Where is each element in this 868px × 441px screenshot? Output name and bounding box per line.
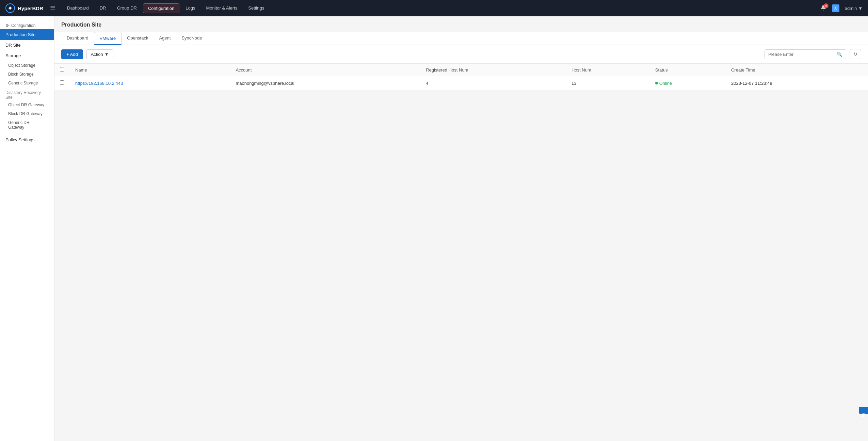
row-name-cell[interactable]: https://192.168.10.2:443 xyxy=(70,76,230,90)
sidebar-label-object-storage: Object Storage xyxy=(8,63,35,68)
sidebar-item-policy-settings[interactable]: Policy Settings xyxy=(0,135,54,145)
svg-point-1 xyxy=(9,7,11,9)
app-name: HyperBDR xyxy=(18,5,43,11)
chevron-down-icon: ▼ xyxy=(858,6,863,11)
table-header-row: Name Account Registered Host Num Host Nu… xyxy=(54,64,868,76)
sidebar-label-generic-storage: Generic Storage xyxy=(8,81,38,85)
sidebar-label-generic-dr-gateway: Generic DR Gateway xyxy=(8,120,30,130)
search-icon: 🔍 xyxy=(837,52,842,57)
table-container: Name Account Registered Host Num Host Nu… xyxy=(54,64,868,90)
nav-monitor-alerts[interactable]: Monitor & Alerts xyxy=(201,3,242,13)
sidebar-label-object-dr-gateway: Object DR Gateway xyxy=(8,103,44,107)
row-checkbox-cell xyxy=(54,76,70,90)
page-header: Production Site xyxy=(54,16,868,28)
admin-label: admin xyxy=(845,6,857,11)
refresh-button[interactable]: ↻ xyxy=(850,49,861,59)
table-row: https://192.168.10.2:443 maohongming@vsp… xyxy=(54,76,868,90)
tab-dashboard[interactable]: Dashboard xyxy=(61,32,94,45)
col-header-status: Status xyxy=(650,64,726,76)
refresh-icon: ↻ xyxy=(853,51,857,57)
table-header-checkbox xyxy=(54,64,70,76)
main-content: Production Site Dashboard VMware Opensta… xyxy=(54,16,868,441)
app-logo[interactable]: HyperBDR xyxy=(5,3,43,13)
search-box: 🔍 xyxy=(765,49,846,59)
sidebar-item-storage[interactable]: Storage xyxy=(0,50,54,61)
toolbar: + Add Action ▼ 🔍 ↻ xyxy=(54,45,868,64)
sidebar-label-storage: Storage xyxy=(5,53,21,58)
sidebar-item-object-storage[interactable]: Object Storage xyxy=(0,61,54,70)
row-account-cell: maohongming@vsphere.local xyxy=(230,76,420,90)
tabs-bar: Dashboard VMware Openstack Agent SyncNod… xyxy=(54,32,868,45)
data-table: Name Account Registered Host Num Host Nu… xyxy=(54,64,868,90)
main-layout: ⚙ Configuration Production Site DR Site … xyxy=(0,16,868,441)
col-header-name: Name xyxy=(70,64,230,76)
tab-openstack[interactable]: Openstack xyxy=(122,32,154,45)
status-online: Online xyxy=(655,81,720,86)
status-dot xyxy=(655,82,658,84)
tab-syncnode[interactable]: SyncNode xyxy=(176,32,207,45)
hamburger-icon[interactable]: ☰ xyxy=(50,4,55,12)
logo-icon xyxy=(5,3,15,13)
row-status-cell: Online xyxy=(650,76,726,90)
select-all-checkbox[interactable] xyxy=(60,67,64,72)
col-header-host-num: Host Num xyxy=(566,64,650,76)
sidebar-label-dr-recovery-site: Disastery Recovery Site xyxy=(5,90,41,100)
sidebar-item-dr-site[interactable]: DR Site xyxy=(0,40,54,50)
notification-count: 9 xyxy=(824,3,829,8)
nav-right: 9 A admin ▼ xyxy=(820,4,863,12)
sidebar: ⚙ Configuration Production Site DR Site … xyxy=(0,16,54,441)
add-button[interactable]: + Add xyxy=(61,49,83,59)
row-registered-host-num-cell: 4 xyxy=(420,76,566,90)
row-create-time-cell: 2023-12-07 11:23:48 xyxy=(726,76,868,90)
action-button[interactable]: Action ▼ xyxy=(86,49,113,59)
tab-vmware[interactable]: VMware xyxy=(94,32,122,45)
col-header-create-time: Create Time xyxy=(726,64,868,76)
sidebar-group-dr-site: Disastery Recovery Site xyxy=(0,88,54,100)
user-avatar: A xyxy=(832,4,839,12)
nav-dashboard[interactable]: Dashboard xyxy=(62,3,94,13)
chevron-down-icon: ▼ xyxy=(105,52,109,57)
gear-icon: ⚙ xyxy=(5,23,9,28)
sidebar-section-config: ⚙ Configuration xyxy=(0,20,54,29)
page-title: Production Site xyxy=(61,22,861,28)
top-navigation: HyperBDR ☰ Dashboard DR Group DR Configu… xyxy=(0,0,868,16)
sidebar-item-production-site[interactable]: Production Site xyxy=(0,29,54,40)
search-input[interactable] xyxy=(765,50,833,59)
sidebar-item-generic-storage[interactable]: Generic Storage xyxy=(0,79,54,88)
sidebar-item-block-storage[interactable]: Block Storage xyxy=(0,70,54,79)
sidebar-section-label: Configuration xyxy=(11,23,35,28)
chat-widget[interactable]: 在线客服 xyxy=(859,407,868,414)
nav-logs[interactable]: Logs xyxy=(181,3,200,13)
nav-dr[interactable]: DR xyxy=(95,3,111,13)
tab-agent[interactable]: Agent xyxy=(154,32,176,45)
search-button[interactable]: 🔍 xyxy=(833,50,846,59)
sidebar-label-dr-site: DR Site xyxy=(5,43,21,48)
nav-configuration[interactable]: Configuration xyxy=(143,3,179,13)
row-checkbox[interactable] xyxy=(60,80,64,85)
sidebar-label-production-site: Production Site xyxy=(5,32,35,37)
sidebar-label-block-storage: Block Storage xyxy=(8,72,34,77)
nav-settings[interactable]: Settings xyxy=(243,3,269,13)
col-header-registered-host-num: Registered Host Num xyxy=(420,64,566,76)
nav-group-dr[interactable]: Group DR xyxy=(112,3,142,13)
status-label: Online xyxy=(659,81,672,86)
sidebar-label-block-dr-gateway: Block DR Gateway xyxy=(8,111,43,116)
sidebar-item-object-dr-gateway[interactable]: Object DR Gateway xyxy=(0,100,54,109)
action-label: Action xyxy=(91,52,103,57)
sidebar-item-block-dr-gateway[interactable]: Block DR Gateway xyxy=(0,109,54,118)
col-header-account: Account xyxy=(230,64,420,76)
admin-menu[interactable]: admin ▼ xyxy=(845,6,863,11)
row-host-num-cell: 13 xyxy=(566,76,650,90)
sidebar-label-policy-settings: Policy Settings xyxy=(5,137,34,142)
nav-items: Dashboard DR Group DR Configuration Logs… xyxy=(62,3,820,13)
notification-bell[interactable]: 9 xyxy=(820,5,826,12)
sidebar-item-generic-dr-gateway[interactable]: Generic DR Gateway xyxy=(0,118,54,132)
